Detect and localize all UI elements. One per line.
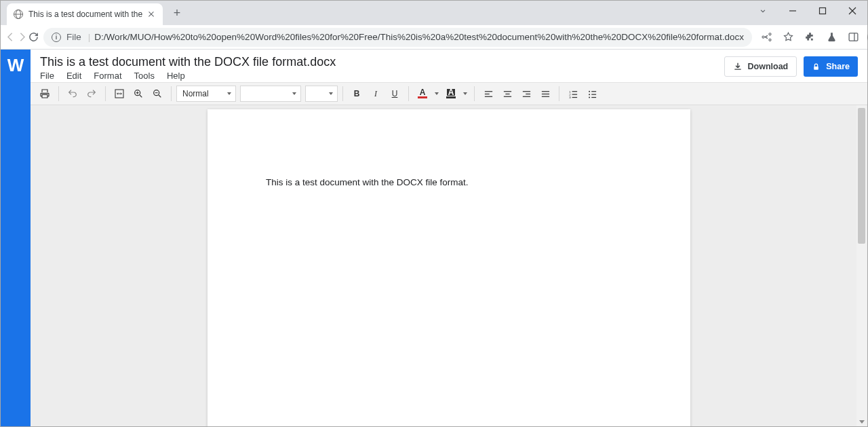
lock-icon: [812, 62, 821, 71]
menu-file[interactable]: File: [40, 71, 54, 81]
svg-text:3: 3: [569, 96, 571, 99]
app-logo-strip: W: [1, 50, 31, 426]
svg-point-40: [589, 94, 590, 95]
fit-width-button[interactable]: [111, 85, 128, 103]
nav-reload-button[interactable]: [28, 27, 39, 48]
address-bar: i File | D:/Work/MUO/How%20to%20open%20W…: [1, 25, 867, 50]
svg-point-4: [762, 36, 764, 38]
share-button[interactable]: Share: [804, 56, 858, 77]
scroll-down-arrow-icon[interactable]: [856, 417, 867, 426]
format-toolbar: Normal B I U A A: [31, 82, 867, 105]
site-info-icon[interactable]: i: [52, 33, 61, 42]
undo-button[interactable]: [64, 85, 81, 103]
tab-title: This is a test document with the: [28, 10, 142, 19]
window-maximize-button[interactable]: [808, 1, 837, 21]
svg-rect-1: [820, 8, 826, 14]
svg-line-19: [159, 95, 161, 97]
svg-rect-12: [814, 66, 819, 69]
align-center-button[interactable]: [498, 85, 516, 103]
app-header: This is a test document with the DOCX fi…: [31, 50, 867, 82]
extensions-icon[interactable]: [800, 27, 820, 48]
nav-back-button[interactable]: [5, 27, 16, 48]
numbered-list-button[interactable]: 123: [564, 85, 582, 103]
close-tab-icon[interactable]: [146, 10, 156, 19]
share-page-icon[interactable]: [756, 27, 776, 48]
underline-button[interactable]: U: [386, 85, 403, 103]
sidepanel-icon[interactable]: [843, 27, 863, 48]
app-logo-letter: W: [7, 55, 24, 76]
svg-point-41: [589, 96, 590, 98]
paragraph-style-dropdown[interactable]: Normal: [176, 86, 236, 102]
menu-help[interactable]: Help: [167, 71, 185, 81]
browser-tab[interactable]: This is a test document with the: [7, 3, 163, 25]
bookmark-star-icon[interactable]: [778, 27, 798, 48]
window-minimize-button[interactable]: [778, 1, 808, 21]
url-path: D:/Work/MUO/How%20to%20open%20Word%20fil…: [94, 32, 744, 42]
font-size-dropdown[interactable]: [305, 86, 338, 102]
word-webapp: W This is a test document with the DOCX …: [1, 50, 867, 426]
bulleted-list-button[interactable]: [583, 85, 601, 103]
highlight-color-button[interactable]: A: [442, 85, 460, 103]
document-page[interactable]: This is a test document with the DOCX fi…: [208, 109, 690, 426]
menu-format[interactable]: Format: [94, 71, 121, 81]
text-color-button[interactable]: A: [414, 85, 431, 103]
menu-edit[interactable]: Edit: [66, 71, 81, 81]
download-button[interactable]: Download: [724, 56, 797, 77]
bold-button[interactable]: B: [348, 85, 366, 103]
globe-icon: [14, 10, 23, 19]
highlight-color-dropdown-icon[interactable]: [461, 85, 469, 103]
url-scheme-label: File: [66, 32, 81, 42]
document-body-text: This is a test document with the DOCX fi…: [266, 177, 469, 187]
redo-button[interactable]: [83, 85, 100, 103]
align-justify-button[interactable]: [536, 85, 554, 103]
labs-icon[interactable]: [821, 27, 842, 48]
menu-bar: File Edit Format Tools Help: [40, 71, 724, 81]
new-tab-button[interactable]: +: [168, 4, 186, 22]
zoom-out-button[interactable]: [149, 85, 166, 103]
omnibox[interactable]: i File | D:/Work/MUO/How%20to%20open%20W…: [43, 28, 752, 47]
font-family-dropdown[interactable]: [240, 86, 301, 102]
tabs-overflow-button[interactable]: [748, 1, 778, 21]
nav-forward-button[interactable]: [16, 27, 28, 48]
download-icon: [733, 62, 743, 71]
document-canvas: This is a test document with the DOCX fi…: [31, 105, 867, 426]
document-title[interactable]: This is a test document with the DOCX fi…: [40, 55, 724, 69]
browser-tabstrip: This is a test document with the +: [1, 1, 867, 25]
zoom-in-button[interactable]: [130, 85, 147, 103]
text-color-dropdown-icon[interactable]: [433, 85, 441, 103]
italic-button[interactable]: I: [367, 85, 384, 103]
print-button[interactable]: [36, 85, 54, 103]
svg-point-39: [589, 90, 590, 92]
align-left-button[interactable]: [479, 85, 497, 103]
align-right-button[interactable]: [517, 85, 535, 103]
window-close-button[interactable]: [837, 1, 867, 21]
menu-tools[interactable]: Tools: [134, 71, 155, 81]
scroll-thumb[interactable]: [858, 108, 865, 244]
vertical-scrollbar[interactable]: [856, 105, 867, 426]
profile-avatar[interactable]: H: [865, 27, 868, 48]
svg-line-15: [140, 95, 142, 97]
svg-rect-7: [849, 33, 858, 41]
